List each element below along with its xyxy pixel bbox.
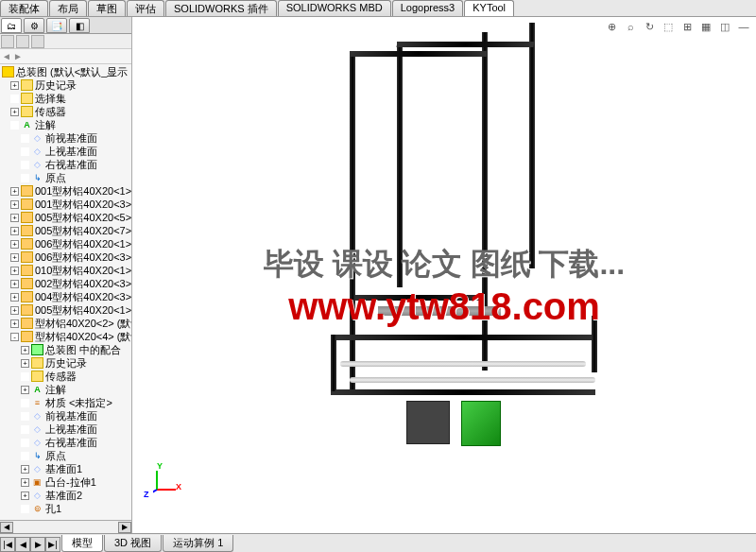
expand-icon[interactable]: +: [21, 346, 29, 354]
view-triad[interactable]: X Y Z: [144, 461, 181, 499]
vp-tool-4[interactable]: ⊞: [679, 19, 696, 34]
tree-item[interactable]: ◇右视基准面: [0, 436, 131, 449]
tree-item[interactable]: 传感器: [0, 370, 131, 383]
tree-item[interactable]: -型材铝40X20<4> (默认: [0, 330, 131, 343]
expand-icon[interactable]: +: [21, 478, 29, 487]
expand-icon[interactable]: +: [21, 386, 29, 394]
tree-item[interactable]: ≡材质 <未指定>: [0, 396, 131, 409]
tree-item[interactable]: ◇前视基准面: [0, 409, 131, 423]
mate-icon: [31, 344, 43, 355]
tree-item-label: 004型材铝40X20<3> (默: [35, 290, 131, 303]
nav-first[interactable]: |◀: [0, 537, 15, 552]
expand-icon[interactable]: +: [10, 81, 19, 90]
expand-icon[interactable]: +: [10, 214, 19, 222]
tree-item[interactable]: ↳原点: [0, 171, 131, 184]
expand-icon[interactable]: +: [10, 108, 19, 116]
expand-icon[interactable]: +: [10, 306, 19, 315]
tree-item[interactable]: +总装图 中的配合: [0, 343, 131, 356]
scroll-left[interactable]: ◀: [0, 522, 13, 533]
nav-last[interactable]: ▶|: [45, 537, 60, 552]
tree-item[interactable]: ◇上视基准面: [0, 145, 131, 158]
expand-icon[interactable]: +: [10, 200, 19, 209]
tree-item[interactable]: +历史记录: [0, 356, 131, 370]
expand-icon[interactable]: +: [10, 267, 19, 275]
expand-icon[interactable]: +: [10, 293, 19, 302]
bottom-tab-1[interactable]: 3D 视图: [104, 535, 162, 552]
top-tab-6[interactable]: Logopress3: [392, 0, 464, 16]
nav-prev[interactable]: ◀: [15, 537, 30, 552]
top-tab-5[interactable]: SOLIDWORKS MBD: [278, 0, 391, 16]
expand-icon[interactable]: +: [10, 187, 19, 196]
tree-item[interactable]: ◇右视基准面: [0, 158, 131, 171]
tree-item-label: 孔1: [45, 502, 61, 515]
vp-tool-2[interactable]: ↻: [641, 19, 658, 34]
nav-back-icon[interactable]: ◄: [2, 51, 11, 61]
spacer: [21, 439, 29, 447]
vp-tool-7[interactable]: —: [735, 19, 752, 34]
vp-tool-6[interactable]: ◫: [716, 19, 733, 34]
scroll-right[interactable]: ▶: [118, 522, 131, 533]
top-tab-7[interactable]: KYTool: [464, 0, 514, 16]
feature-tree-tab[interactable]: 🗂: [1, 18, 22, 33]
top-tab-4[interactable]: SOLIDWORKS 插件: [165, 0, 277, 16]
expand-icon[interactable]: +: [21, 465, 29, 474]
expand-icon[interactable]: +: [21, 492, 29, 500]
tree-item[interactable]: +001型材铝40X20<1> (默: [0, 184, 131, 198]
tree-item-label: 凸台-拉伸1: [45, 475, 96, 489]
expand-icon[interactable]: +: [10, 280, 19, 288]
tree-item[interactable]: +历史记录: [0, 78, 131, 92]
tree-item[interactable]: +004型材铝40X20<3> (默: [0, 290, 131, 303]
tree-item[interactable]: +010型材铝40X20<1> (默: [0, 264, 131, 277]
tree-item[interactable]: +传感器: [0, 105, 131, 118]
tree-item[interactable]: ◇上视基准面: [0, 423, 131, 436]
tree-root[interactable]: 总装图 (默认<默认_显示: [0, 65, 131, 78]
top-tab-0[interactable]: 装配体: [0, 0, 48, 16]
nav-next[interactable]: ▶: [30, 537, 45, 552]
tree-item[interactable]: +001型材铝40X20<3> (默: [0, 198, 131, 211]
graphics-viewport[interactable]: ⊕⌕↻⬚⊞▦◫— 毕设 课设 论文 图纸 下载... www.ytw818.co: [132, 17, 756, 533]
collapse-icon[interactable]: -: [10, 333, 19, 341]
property-tab[interactable]: ⚙: [24, 18, 44, 33]
vp-tool-5[interactable]: ▦: [697, 19, 714, 34]
panel-tool-3[interactable]: [31, 35, 44, 48]
expand-icon[interactable]: +: [10, 240, 19, 249]
top-tab-2[interactable]: 草图: [88, 0, 126, 16]
vp-tool-0[interactable]: ⊕: [603, 19, 620, 34]
tree-item[interactable]: +005型材铝40X20<5> (默: [0, 211, 131, 224]
bottom-tab-2[interactable]: 运动算例 1: [163, 535, 233, 552]
origin-icon: ↳: [31, 172, 43, 183]
nav-fwd-icon[interactable]: ►: [13, 51, 23, 61]
tree-item[interactable]: +型材铝40X20<2> (默认: [0, 317, 131, 330]
tree-item[interactable]: 选择集: [0, 92, 131, 105]
tree-item[interactable]: +◇基准面2: [0, 489, 131, 502]
scroll-track[interactable]: [13, 522, 118, 533]
tree-item-label: 历史记录: [45, 356, 87, 370]
tree-item[interactable]: +002型材铝40X20<3> (默: [0, 277, 131, 290]
tree-item[interactable]: A注解: [0, 118, 131, 131]
panel-tool-1[interactable]: [1, 35, 14, 48]
tree-hscroll[interactable]: ◀ ▶: [0, 520, 131, 533]
top-tab-3[interactable]: 评估: [127, 0, 164, 16]
display-tab[interactable]: ◧: [69, 18, 90, 33]
feature-tree[interactable]: 总装图 (默认<默认_显示 +历史记录选择集+传感器A注解◇前视基准面◇上视基准…: [0, 64, 131, 520]
tree-item[interactable]: +006型材铝40X20<3> (默: [0, 250, 131, 264]
bottom-tab-0[interactable]: 模型: [61, 535, 103, 552]
tree-item[interactable]: +▣凸台-拉伸1: [0, 475, 131, 489]
tree-item[interactable]: ⊚孔1: [0, 502, 131, 515]
expand-icon[interactable]: +: [10, 319, 19, 328]
expand-icon[interactable]: +: [21, 359, 29, 368]
vp-tool-3[interactable]: ⬚: [660, 19, 677, 34]
tree-item[interactable]: +A注解: [0, 383, 131, 396]
tree-item[interactable]: ↳原点: [0, 449, 131, 462]
tree-item[interactable]: +005型材铝40X20<1> (默: [0, 303, 131, 317]
tree-item[interactable]: ◇前视基准面: [0, 131, 131, 145]
tree-item[interactable]: +006型材铝40X20<1> (默: [0, 237, 131, 250]
expand-icon[interactable]: +: [10, 253, 19, 262]
top-tab-1[interactable]: 布局: [49, 0, 87, 16]
config-tab[interactable]: 📑: [46, 18, 67, 33]
tree-item[interactable]: +◇基准面1: [0, 462, 131, 475]
expand-icon[interactable]: +: [10, 227, 19, 235]
vp-tool-1[interactable]: ⌕: [622, 19, 639, 34]
tree-item[interactable]: +005型材铝40X20<7> (默: [0, 224, 131, 237]
panel-tool-2[interactable]: [16, 35, 29, 48]
